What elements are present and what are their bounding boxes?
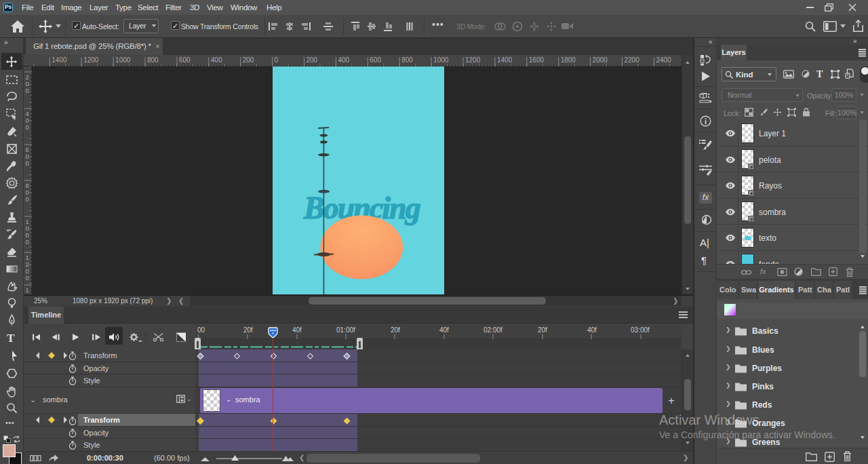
svg-text:1000: 1000 — [115, 56, 131, 64]
svg-text:800: 800 — [401, 56, 413, 64]
svg-text:600: 600 — [370, 56, 381, 64]
svg-text:0: 0 — [26, 238, 29, 246]
svg-text:1800: 1800 — [561, 56, 576, 64]
svg-text:200: 200 — [307, 56, 318, 64]
svg-text:0: 0 — [26, 274, 29, 282]
svg-text:1600: 1600 — [529, 56, 545, 64]
svg-text:1200: 1200 — [83, 56, 99, 64]
svg-text:2000: 2000 — [593, 56, 608, 64]
svg-text:1400: 1400 — [52, 56, 67, 64]
svg-text:0: 0 — [26, 195, 29, 203]
svg-text:600: 600 — [179, 56, 191, 64]
svg-text:1200: 1200 — [465, 56, 481, 64]
svg-text:0: 0 — [26, 123, 29, 131]
svg-text:0: 0 — [26, 159, 29, 167]
svg-text:0: 0 — [275, 56, 279, 64]
svg-text:2400: 2400 — [656, 56, 671, 64]
svg-text:400: 400 — [211, 56, 222, 64]
svg-text:1400: 1400 — [497, 56, 513, 64]
svg-text:800: 800 — [147, 56, 159, 64]
svg-text:1000: 1000 — [433, 56, 449, 64]
svg-text:0: 0 — [26, 87, 29, 94]
svg-text:400: 400 — [338, 56, 349, 64]
svg-text:200: 200 — [243, 56, 254, 64]
svg-text:2200: 2200 — [625, 56, 640, 64]
